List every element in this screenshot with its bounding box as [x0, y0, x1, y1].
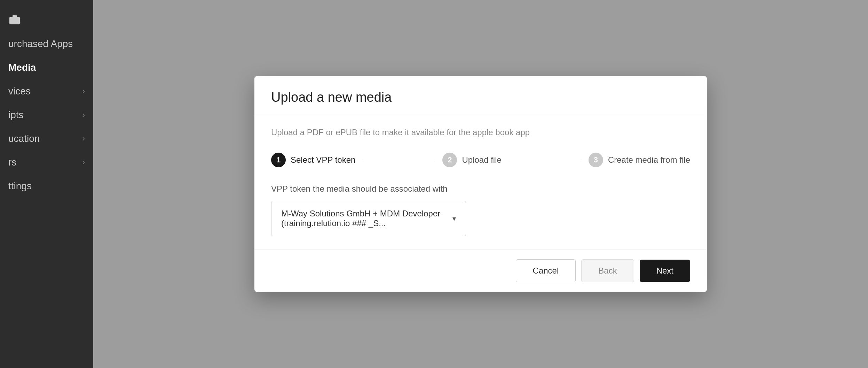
- steps-row: 1 Select VPP token 2 Upload file: [271, 153, 690, 167]
- chevron-right-icon: ›: [82, 134, 85, 143]
- sidebar-item-education[interactable]: ucation ›: [0, 127, 93, 151]
- vpp-token-select[interactable]: M-Way Solutions GmbH + MDM Developer (tr…: [271, 201, 466, 236]
- chevron-right-icon: ›: [82, 87, 85, 96]
- sidebar-item-purchased-apps[interactable]: urchased Apps: [0, 32, 93, 56]
- step-3: 3 Create media from file: [589, 153, 690, 167]
- vpp-token-section: VPP token the media should be associated…: [271, 184, 690, 236]
- main-area: Upload a new media Upload a PDF or ePUB …: [93, 0, 868, 368]
- step-1-label: Select VPP token: [291, 155, 355, 165]
- modal-body: Upload a PDF or ePUB file to make it ava…: [254, 115, 707, 249]
- step-3-label: Create media from file: [608, 155, 690, 165]
- step-1-circle: 1: [271, 153, 286, 167]
- back-button[interactable]: Back: [581, 259, 634, 282]
- sidebar-item-label: Media: [8, 62, 36, 73]
- sidebar-item-label: ttings: [8, 181, 32, 192]
- chevron-right-icon: ›: [82, 110, 85, 120]
- modal-subtitle: Upload a PDF or ePUB file to make it ava…: [271, 128, 690, 137]
- sidebar: urchased Apps Media vices › ipts › ucati…: [0, 0, 93, 368]
- sidebar-icon-area: [0, 7, 93, 32]
- step-2: 2 Upload file: [442, 153, 501, 167]
- step-1: 1 Select VPP token: [271, 153, 355, 167]
- dropdown-arrow-icon: ▾: [452, 214, 456, 223]
- modal-title: Upload a new media: [271, 90, 690, 105]
- sidebar-item-label: vices: [8, 86, 31, 97]
- modal-footer: Cancel Back Next: [254, 249, 707, 292]
- sidebar-item-users[interactable]: rs ›: [0, 151, 93, 174]
- sidebar-item-label: rs: [8, 157, 16, 168]
- sidebar-item-media[interactable]: Media: [0, 56, 93, 79]
- sidebar-item-label: urchased Apps: [8, 38, 73, 49]
- sidebar-item-scripts[interactable]: ipts ›: [0, 103, 93, 127]
- step-2-circle: 2: [442, 153, 457, 167]
- step-line-2: [508, 160, 582, 160]
- step-2-label: Upload file: [462, 155, 501, 165]
- vpp-section-label: VPP token the media should be associated…: [271, 184, 690, 194]
- next-button[interactable]: Next: [640, 260, 690, 282]
- sidebar-item-label: ipts: [8, 109, 24, 121]
- briefcase-icon: [8, 13, 21, 26]
- modal-header: Upload a new media: [254, 76, 707, 115]
- sidebar-item-settings[interactable]: ttings: [0, 174, 93, 198]
- chevron-right-icon: ›: [82, 158, 85, 167]
- modal-overlay: Upload a new media Upload a PDF or ePUB …: [93, 0, 868, 368]
- upload-media-modal: Upload a new media Upload a PDF or ePUB …: [254, 76, 707, 292]
- vpp-select-value: M-Way Solutions GmbH + MDM Developer (tr…: [281, 209, 449, 228]
- step-line-1: [362, 160, 435, 160]
- cancel-button[interactable]: Cancel: [516, 259, 576, 282]
- step-3-circle: 3: [589, 153, 603, 167]
- sidebar-item-label: ucation: [8, 133, 40, 144]
- sidebar-item-services[interactable]: vices ›: [0, 79, 93, 103]
